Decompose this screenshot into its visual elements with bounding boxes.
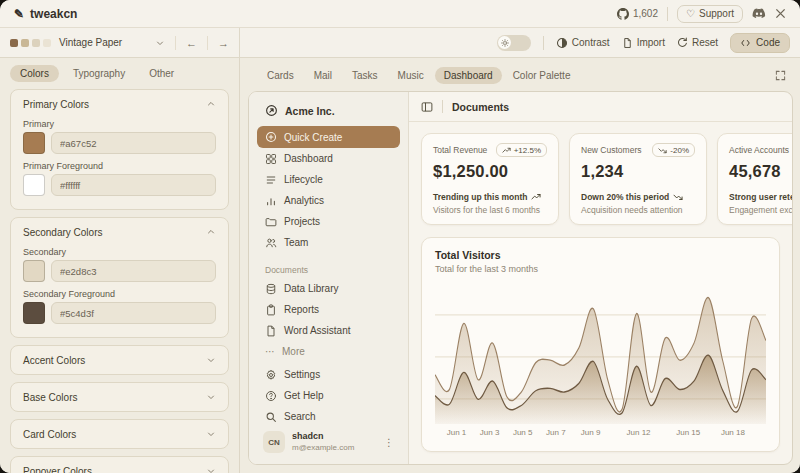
x-tick-label: Jun 3	[480, 428, 500, 437]
import-button[interactable]: Import	[622, 37, 665, 49]
secondary-color-input[interactable]	[51, 260, 216, 282]
fullscreen-icon[interactable]	[775, 70, 786, 81]
x-tick-label: Jun 18	[721, 428, 745, 437]
contrast-button[interactable]: Contrast	[556, 37, 610, 49]
heart-icon: ♡	[686, 8, 695, 19]
file-icon	[265, 325, 277, 337]
section-secondary-header[interactable]: Secondary Colors	[23, 224, 216, 240]
theme-selector[interactable]: Vintage Paper	[0, 37, 175, 48]
sidebar-item-team[interactable]: Team	[257, 232, 400, 253]
app-window: ✎ tweakcn 1,602 ♡ Support	[0, 0, 800, 473]
help-circle-icon	[265, 390, 277, 402]
sidebar-item-projects[interactable]: Projects	[257, 211, 400, 232]
tab-dashboard[interactable]: Dashboard	[435, 67, 502, 84]
bar-chart-icon	[265, 195, 277, 207]
section-secondary-colors: Secondary Colors Secondary Secondary For…	[10, 217, 229, 338]
quick-create-button[interactable]: Quick Create	[257, 126, 400, 148]
chevron-up-icon	[206, 227, 216, 237]
toolbar-divider	[543, 36, 544, 50]
tab-colors[interactable]: Colors	[10, 65, 59, 82]
dashboard-sidebar: Acme Inc. Quick Create Dashboard	[249, 92, 409, 464]
trending-up-icon	[531, 192, 541, 202]
chevron-down-icon	[155, 38, 165, 48]
primary-color-swatch[interactable]	[23, 132, 45, 154]
sidebar-user-menu[interactable]: CN shadcn m@example.com ⋮	[257, 427, 400, 457]
github-stars-button[interactable]: 1,602	[617, 8, 658, 20]
tab-mail[interactable]: Mail	[305, 67, 341, 84]
sidebar-item-more[interactable]: ⋯ More	[257, 341, 400, 361]
chevron-down-icon	[206, 355, 216, 365]
dashboard-content: Documents Total Revenue +12.5%	[409, 92, 792, 464]
sidebar-item-dashboard[interactable]: Dashboard	[257, 148, 400, 169]
sidebar-item-get-help[interactable]: Get Help	[257, 385, 400, 406]
trending-up-icon	[502, 146, 511, 155]
brand[interactable]: ✎ tweakcn	[14, 7, 77, 21]
editor-toolbar: Vintage Paper ← → Contrast	[0, 28, 800, 58]
sidebar-item-analytics[interactable]: Analytics	[257, 190, 400, 211]
section-card-header[interactable]: Card Colors	[23, 426, 216, 442]
secondary-color-swatch[interactable]	[23, 260, 45, 282]
x-twitter-icon[interactable]	[775, 8, 786, 19]
stat-value: 45,678	[729, 162, 792, 181]
acme-logo-icon	[265, 104, 278, 117]
theme-swatch-2	[21, 39, 29, 47]
sun-icon	[498, 36, 511, 49]
sidebar-item-settings[interactable]: Settings	[257, 364, 400, 385]
primary-color-input[interactable]	[51, 132, 216, 154]
secondary-foreground-swatch[interactable]	[23, 302, 45, 324]
section-primary-colors: Primary Colors Primary Primary Foregroun…	[10, 89, 229, 210]
sidebar-item-lifecycle[interactable]: Lifecycle	[257, 169, 400, 190]
preview-area: Cards Mail Tasks Music Dashboard Color P…	[240, 58, 800, 473]
tab-music[interactable]: Music	[389, 67, 433, 84]
clipboard-icon	[265, 304, 277, 316]
section-card-colors: Card Colors	[10, 419, 229, 449]
tab-typography[interactable]: Typography	[63, 65, 135, 82]
x-tick-label: Jun 5	[513, 428, 533, 437]
tab-other[interactable]: Other	[139, 65, 184, 82]
x-tick-label: Jun 9	[581, 428, 601, 437]
list-icon	[265, 174, 277, 186]
theme-swatch-4	[43, 39, 51, 47]
sidebar-group-label: Documents	[265, 265, 392, 275]
secondary-foreground-input[interactable]	[51, 302, 216, 324]
theme-mode-toggle[interactable]	[497, 35, 531, 51]
ellipsis-icon: ⋯	[265, 346, 275, 357]
code-button[interactable]: Code	[730, 33, 790, 53]
discord-icon[interactable]	[752, 8, 766, 19]
contrast-icon	[556, 37, 568, 49]
panel-left-icon[interactable]	[421, 101, 433, 113]
support-button[interactable]: ♡ Support	[677, 5, 743, 23]
page-title: Documents	[452, 101, 509, 113]
tab-color-palette[interactable]: Color Palette	[504, 67, 580, 84]
stat-card-active-accounts: Active Accounts +12.5% 45,678 Strong use…	[717, 133, 792, 225]
field-label: Secondary Foreground	[23, 289, 216, 299]
tab-tasks[interactable]: Tasks	[343, 67, 387, 84]
trending-down-icon	[673, 192, 683, 202]
editor-tabs: Colors Typography Other	[10, 65, 229, 82]
primary-foreground-input[interactable]	[51, 174, 216, 196]
tab-cards[interactable]: Cards	[258, 67, 303, 84]
primary-foreground-swatch[interactable]	[23, 174, 45, 196]
section-popover-header[interactable]: Popover Colors	[23, 463, 216, 473]
sidebar-item-data-library[interactable]: Data Library	[257, 278, 400, 299]
sidebar-brand[interactable]: Acme Inc.	[257, 99, 400, 126]
content-header: Documents	[409, 92, 792, 122]
search-icon	[265, 411, 277, 423]
sidebar-item-word-assistant[interactable]: Word Assistant	[257, 320, 400, 341]
x-tick-label: Jun 15	[676, 428, 700, 437]
section-primary-header[interactable]: Primary Colors	[23, 96, 216, 112]
next-theme-button[interactable]: →	[207, 36, 239, 50]
section-base-header[interactable]: Base Colors	[23, 389, 216, 405]
total-visitors-chart-card: Total Visitors Total for the last 3 mont…	[421, 237, 780, 452]
section-popover-colors: Popover Colors	[10, 456, 229, 473]
chevron-down-icon	[206, 466, 216, 473]
sidebar-item-reports[interactable]: Reports	[257, 299, 400, 320]
area-chart[interactable]	[435, 284, 766, 424]
stat-card-total-revenue: Total Revenue +12.5% $1,250.00 Trending …	[421, 133, 559, 225]
theme-swatch-3	[32, 39, 40, 47]
reset-button[interactable]: Reset	[677, 37, 718, 48]
section-accent-header[interactable]: Accent Colors	[23, 352, 216, 368]
sidebar-item-search[interactable]: Search	[257, 406, 400, 427]
prev-theme-button[interactable]: ←	[175, 36, 207, 50]
more-vertical-icon: ⋮	[384, 437, 394, 448]
